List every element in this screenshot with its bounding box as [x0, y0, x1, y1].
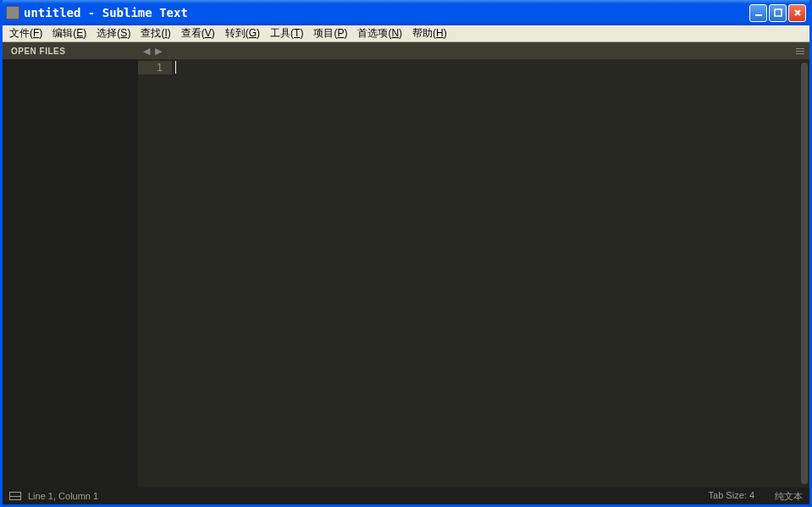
sidebar-open-files-header[interactable]: OPEN FILES [3, 42, 138, 59]
menu-s[interactable]: 选择(S) [91, 25, 135, 42]
status-cursor-position[interactable]: Line 1, Column 1 [28, 491, 98, 501]
app-icon [6, 6, 19, 19]
text-cursor [175, 61, 176, 74]
statusbar: Line 1, Column 1 Tab Size: 4 纯文本 [3, 488, 809, 504]
menu-h[interactable]: 帮助(H) [407, 25, 452, 42]
line-number: 1 [138, 61, 172, 74]
status-tab-size[interactable]: Tab Size: 4 [709, 490, 754, 503]
menu-v[interactable]: 查看(V) [176, 25, 220, 42]
panel-switcher-icon[interactable] [9, 492, 21, 500]
menubar: 文件(F)编辑(E)选择(S)查找(I)查看(V)转到(G)工具(T)项目(P)… [3, 25, 809, 42]
titlebar[interactable]: untitled - Sublime Text [3, 0, 809, 25]
menu-n[interactable]: 首选项(N) [352, 25, 407, 42]
scrollbar-thumb[interactable] [801, 63, 808, 484]
menu-i[interactable]: 查找(I) [135, 25, 175, 42]
menu-p[interactable]: 项目(P) [308, 25, 352, 42]
status-syntax[interactable]: 纯文本 [775, 490, 803, 503]
nav-forward-icon[interactable]: ▶ [155, 46, 162, 57]
menu-g[interactable]: 转到(G) [220, 25, 265, 42]
close-button[interactable] [788, 4, 806, 22]
vertical-scrollbar[interactable] [799, 63, 809, 484]
nav-back-icon[interactable]: ◀ [143, 46, 150, 57]
menu-f[interactable]: 文件(F) [4, 25, 47, 42]
editor-text-area[interactable] [172, 59, 799, 488]
window-title: untitled - Sublime Text [24, 6, 749, 19]
maximize-button[interactable] [769, 4, 787, 22]
svg-rect-1 [775, 9, 782, 16]
menu-e[interactable]: 编辑(E) [47, 25, 91, 42]
editor[interactable]: 1 [138, 59, 809, 488]
sidebar: OPEN FILES [3, 42, 138, 488]
tab-strip: ◀ ▶ [138, 42, 809, 59]
tab-menu-icon[interactable] [796, 48, 804, 54]
menu-t[interactable]: 工具(T) [265, 25, 308, 42]
minimize-button[interactable] [749, 4, 767, 22]
svg-rect-0 [755, 14, 762, 16]
gutter: 1 [138, 59, 172, 488]
